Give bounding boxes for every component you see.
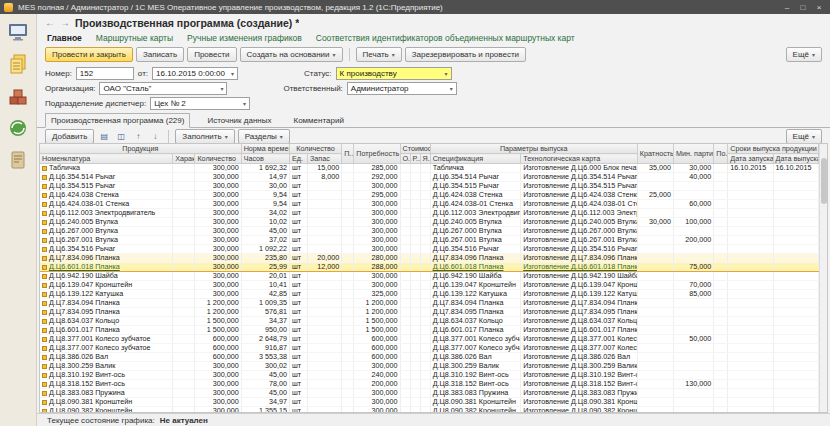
cell-m[interactable]: 50,000 xyxy=(674,335,714,344)
cell-p[interactable] xyxy=(342,218,354,227)
table-more-button[interactable]: Ещё ▾ xyxy=(786,129,822,144)
cell-u[interactable]: шт xyxy=(289,182,307,191)
cell-u[interactable]: шт xyxy=(289,209,307,218)
cell-dl[interactable]: 16.10.2015 xyxy=(728,164,773,173)
cell-d[interactable]: 300,000 xyxy=(354,398,400,407)
cell-dl[interactable] xyxy=(728,218,773,227)
cell-k[interactable] xyxy=(637,299,673,308)
dispatcher-department-field[interactable]: Цех № 2 ▾ xyxy=(150,97,250,110)
cell-sp[interactable]: Д.Ц6.139.122 Катушка xyxy=(430,290,521,299)
cell-tc[interactable]: Изготовление Д.Ц6.942.190 Шайба xyxy=(521,272,638,281)
cell-po[interactable] xyxy=(714,389,728,398)
cell-d[interactable]: 292,000 xyxy=(354,173,400,182)
cell-q[interactable]: 300,000 xyxy=(195,191,241,200)
cell-dr[interactable] xyxy=(773,308,818,317)
cell-r[interactable] xyxy=(410,308,420,317)
cell-r[interactable] xyxy=(410,335,420,344)
cell-tc[interactable]: Изготовление Д.Ц8.318.152 Винт-ось xyxy=(521,380,638,389)
cell-tc[interactable]: Изготовление Д.Ц6.139.047 Кронштейн xyxy=(521,281,638,290)
cell-sp[interactable]: Д.Ц8.377.007 Колесо зубчатое xyxy=(430,344,521,353)
cell-s[interactable] xyxy=(308,200,342,209)
cell-n[interactable]: Д.Ц6.112.003 Электродвигатель xyxy=(40,209,173,218)
cell-n[interactable]: Д.Ц8.318.152 Винт-ось xyxy=(40,380,173,389)
cell-s[interactable] xyxy=(308,191,342,200)
cell-o[interactable] xyxy=(400,398,410,407)
cell-dl[interactable] xyxy=(728,371,773,380)
cell-ya[interactable] xyxy=(420,164,430,173)
table-row[interactable]: Д.Ц8.300.259 Валик300,000300,02шт300,000… xyxy=(40,362,819,371)
cell-ch[interactable] xyxy=(173,344,195,353)
cell-sp[interactable]: Д.Ц6.601.018 Планка xyxy=(430,263,521,272)
cell-s[interactable] xyxy=(308,182,342,191)
cell-r[interactable] xyxy=(410,326,420,335)
cell-r[interactable] xyxy=(410,245,420,254)
reserve-and-post-button[interactable]: Зарезервировать и провести xyxy=(405,47,526,62)
cell-sp[interactable]: Д.Ц8.090.382 Кронштейн xyxy=(430,407,521,413)
cell-dr[interactable] xyxy=(773,389,818,398)
cell-p[interactable] xyxy=(342,263,354,272)
cell-q[interactable]: 300,000 xyxy=(195,254,241,263)
cell-n[interactable]: Д.Ц6.424.038-01 Стенка xyxy=(40,200,173,209)
cell-s[interactable] xyxy=(308,245,342,254)
cell-q[interactable]: 300,000 xyxy=(195,398,241,407)
cell-ya[interactable] xyxy=(420,407,430,413)
cell-o[interactable] xyxy=(400,173,410,182)
cell-d[interactable]: 300,000 xyxy=(354,182,400,191)
minimize-icon[interactable]: – xyxy=(780,2,794,13)
cell-d[interactable]: 300,000 xyxy=(354,218,400,227)
cell-u[interactable]: шт xyxy=(289,272,307,281)
cell-o[interactable] xyxy=(400,362,410,371)
cell-d[interactable]: 300,000 xyxy=(354,281,400,290)
cell-dl[interactable] xyxy=(728,326,773,335)
cell-ch[interactable] xyxy=(173,398,195,407)
cell-o[interactable] xyxy=(400,227,410,236)
cell-m[interactable]: 60,000 xyxy=(674,200,714,209)
cell-p[interactable] xyxy=(342,317,354,326)
cell-m[interactable] xyxy=(674,191,714,200)
cell-dl[interactable] xyxy=(728,353,773,362)
cell-k[interactable] xyxy=(637,407,673,413)
cell-o[interactable] xyxy=(400,308,410,317)
cell-q[interactable]: 300,000 xyxy=(195,407,241,413)
cell-o[interactable] xyxy=(400,389,410,398)
cell-m[interactable] xyxy=(674,344,714,353)
col-header-launch-date[interactable]: Дата запуска xyxy=(728,154,773,164)
cell-u[interactable]: шт xyxy=(289,389,307,398)
cell-n[interactable]: Д.Ц6.601.017 Планка xyxy=(40,326,173,335)
cell-sp[interactable]: Д.Ц6.354.515 Рычаг xyxy=(430,182,521,191)
cell-ch[interactable] xyxy=(173,245,195,254)
cell-s[interactable]: 15,000 xyxy=(308,164,342,173)
cell-r[interactable] xyxy=(410,389,420,398)
cell-po[interactable] xyxy=(714,308,728,317)
cell-h[interactable]: 1 092,22 xyxy=(241,245,289,254)
cell-r[interactable] xyxy=(410,344,420,353)
cell-ch[interactable] xyxy=(173,182,195,191)
cell-o[interactable] xyxy=(400,263,410,272)
cell-s[interactable] xyxy=(308,308,342,317)
cell-k[interactable] xyxy=(637,371,673,380)
cell-k[interactable] xyxy=(637,362,673,371)
cell-m[interactable] xyxy=(674,299,714,308)
sections-button[interactable]: Разделы ▾ xyxy=(238,129,290,144)
cell-r[interactable] xyxy=(410,227,420,236)
table-row[interactable]: Д.Ц6.139.047 Кронштейн300,00010,41шт300,… xyxy=(40,281,819,290)
close-icon[interactable]: × xyxy=(812,2,826,13)
cell-dr[interactable] xyxy=(773,398,818,407)
cell-s[interactable]: 20,000 xyxy=(308,254,342,263)
sidebar-item-documents[interactable] xyxy=(5,52,31,76)
cell-o[interactable] xyxy=(400,200,410,209)
col-header-characteristic[interactable]: Характ... xyxy=(173,154,195,164)
cell-d[interactable]: 1 500,000 xyxy=(354,317,400,326)
cell-tc[interactable]: Изготовление Д.Ц6.601.017 Планка xyxy=(521,326,638,335)
cell-ya[interactable] xyxy=(420,353,430,362)
cell-dl[interactable] xyxy=(728,389,773,398)
cell-dr[interactable] xyxy=(773,326,818,335)
cell-u[interactable]: шт xyxy=(289,263,307,272)
forward-button[interactable]: → xyxy=(60,18,70,28)
cell-p[interactable] xyxy=(342,380,354,389)
date-field[interactable]: 16.10.2015 0:00:00 ▾ xyxy=(152,67,238,80)
cell-m[interactable]: 85,000 xyxy=(674,290,714,299)
cell-h[interactable]: 34,02 xyxy=(241,209,289,218)
cell-sp[interactable]: Д.Ц8.386.026 Вал xyxy=(430,353,521,362)
cell-tc[interactable]: Изготовление Д.Ц8.300.259 Валик xyxy=(521,362,638,371)
